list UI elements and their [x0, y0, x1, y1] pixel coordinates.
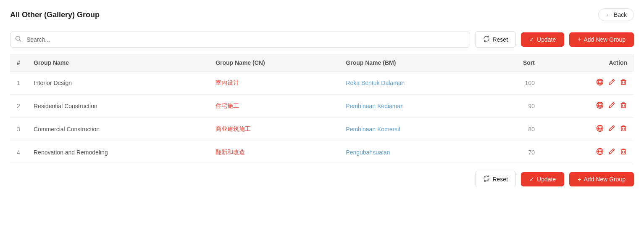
edit-icon-2[interactable]: [608, 125, 615, 134]
cell-name-2: Commercial Construction: [27, 118, 209, 141]
globe-icon-0[interactable]: [596, 78, 604, 88]
reset-label: Reset: [492, 36, 508, 43]
col-group-name: Group Name: [27, 54, 209, 72]
plus-icon-top: +: [578, 36, 581, 43]
cell-num-1: 2: [10, 95, 27, 118]
groups-table: # Group Name Group Name (CN) Group Name …: [10, 54, 634, 164]
page-title: All Other (Gallery) Group: [10, 11, 100, 19]
svg-line-25: [612, 127, 614, 128]
add-new-group-button-bottom[interactable]: + Add New Group: [569, 172, 634, 186]
table-header-row: # Group Name Group Name (CN) Group Name …: [10, 54, 634, 72]
globe-icon-2[interactable]: [596, 125, 604, 134]
reset-button[interactable]: Reset: [475, 31, 516, 48]
back-arrow-icon: ←: [605, 11, 611, 18]
col-action: Action: [541, 54, 634, 72]
plus-icon-bottom: +: [578, 176, 581, 183]
cell-bm-0: Reka Bentuk Dalaman: [339, 72, 489, 95]
cell-bm-2: Pembinaan Komersil: [339, 118, 489, 141]
cell-action-2: [541, 118, 634, 141]
delete-icon-2[interactable]: [620, 125, 627, 134]
cell-action-0: [541, 72, 634, 95]
check-icon-bottom: ✓: [529, 176, 534, 183]
search-input[interactable]: [10, 32, 470, 48]
col-group-name-cn: Group Name (CN): [209, 54, 339, 72]
delete-icon-1[interactable]: [620, 101, 627, 111]
edit-icon-0[interactable]: [608, 78, 615, 88]
cell-sort-1: 90: [489, 95, 541, 118]
globe-icon-1[interactable]: [596, 101, 604, 111]
update-button[interactable]: ✓ Update: [521, 32, 564, 47]
edit-icon-3[interactable]: [608, 148, 615, 157]
cell-action-1: [541, 95, 634, 118]
cell-cn-0: 室内设计: [209, 72, 339, 95]
cell-bm-1: Pembinaan Kediaman: [339, 95, 489, 118]
cell-name-3: Renovation and Remodeling: [27, 141, 209, 164]
back-button[interactable]: ← Back: [598, 8, 634, 21]
update-label-bottom: Update: [537, 176, 556, 183]
cell-name-0: Interior Design: [27, 72, 209, 95]
cell-cn-3: 翻新和改造: [209, 141, 339, 164]
svg-rect-17: [621, 104, 626, 108]
add-label-top: Add New Group: [584, 36, 626, 43]
col-sort: Sort: [489, 54, 541, 72]
cell-cn-2: 商业建筑施工: [209, 118, 339, 141]
check-icon: ✓: [529, 36, 534, 43]
svg-line-16: [612, 104, 614, 105]
cell-sort-3: 70: [489, 141, 541, 164]
table-row: 2 Residential Construction 住宅施工 Pembinaa…: [10, 95, 634, 118]
delete-icon-0[interactable]: [620, 78, 627, 88]
top-toolbar: Reset ✓ Update + Add New Group: [10, 31, 634, 48]
table-row: 1 Interior Design 室内设计 Reka Bentuk Dalam…: [10, 72, 634, 95]
edit-icon-1[interactable]: [608, 101, 615, 111]
svg-rect-35: [621, 150, 626, 154]
cell-name-1: Residential Construction: [27, 95, 209, 118]
globe-icon-3[interactable]: [596, 148, 604, 157]
reset-button-bottom[interactable]: Reset: [475, 171, 516, 187]
svg-line-34: [612, 150, 614, 151]
delete-icon-3[interactable]: [620, 148, 627, 157]
search-wrapper: [10, 32, 470, 48]
cell-sort-0: 100: [489, 72, 541, 95]
cell-cn-1: 住宅施工: [209, 95, 339, 118]
bottom-toolbar: Reset ✓ Update + Add New Group: [10, 171, 634, 187]
cell-action-3: [541, 141, 634, 164]
update-button-bottom[interactable]: ✓ Update: [521, 172, 564, 186]
add-new-group-button-top[interactable]: + Add New Group: [569, 32, 634, 47]
svg-line-7: [612, 80, 614, 82]
cell-num-2: 3: [10, 118, 27, 141]
reset-icon-bottom: [483, 175, 490, 183]
add-label-bottom: Add New Group: [584, 176, 626, 183]
svg-rect-26: [621, 127, 626, 131]
svg-rect-8: [621, 80, 626, 85]
svg-line-1: [20, 40, 21, 42]
col-group-name-bm: Group Name (BM): [339, 54, 489, 72]
cell-num-0: 1: [10, 72, 27, 95]
search-icon: [15, 35, 22, 43]
reset-icon: [483, 35, 490, 43]
col-num: #: [10, 54, 27, 72]
table-row: 3 Commercial Construction 商业建筑施工 Pembina…: [10, 118, 634, 141]
back-label: Back: [614, 11, 627, 18]
cell-bm-3: Pengubahsuaian: [339, 141, 489, 164]
cell-sort-2: 80: [489, 118, 541, 141]
reset-label-bottom: Reset: [492, 176, 508, 183]
update-label: Update: [537, 36, 556, 43]
table-row: 4 Renovation and Remodeling 翻新和改造 Pengub…: [10, 141, 634, 164]
cell-num-3: 4: [10, 141, 27, 164]
